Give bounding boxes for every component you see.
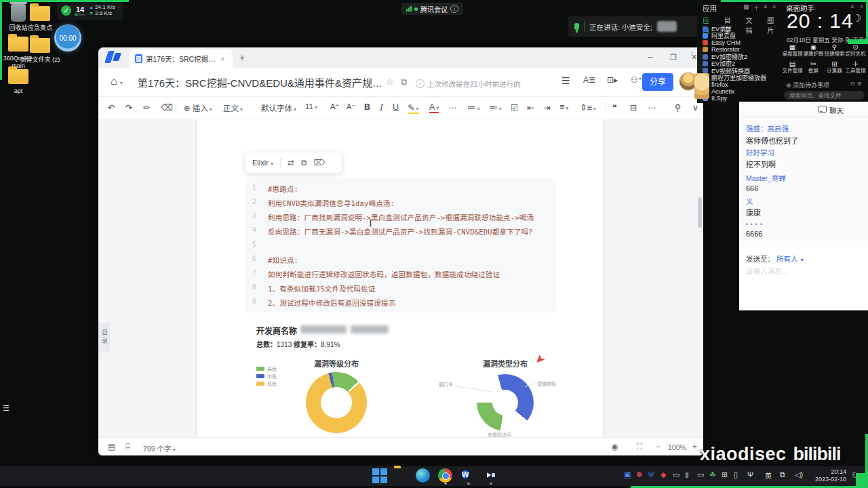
edge-icon[interactable] [415, 468, 431, 484]
font-size-dropdown[interactable]: 11▾ [305, 102, 317, 110]
italic-icon[interactable]: I [379, 102, 382, 113]
clear-format-icon[interactable]: ⌫ [161, 102, 173, 113]
shortcut-calculator[interactable]: ⊞计算器 [824, 60, 845, 77]
export-icon[interactable]: ⧉ [401, 77, 407, 87]
search-icon[interactable]: ⚲ [675, 102, 681, 113]
info-icon[interactable]: i [450, 5, 458, 13]
wrap-lines-icon[interactable]: ⇄ [288, 158, 294, 167]
tray-speaker-icon[interactable]: ◁) [795, 470, 803, 479]
checklist-icon[interactable]: ☑ [511, 102, 518, 113]
chat-username[interactable]: 强盛：高启强 [746, 123, 789, 134]
font-name-dropdown[interactable]: 默认字体▾ [261, 102, 296, 113]
tray-windows-icon[interactable]: ⊞ [722, 470, 728, 479]
folder-icon[interactable] [8, 69, 28, 84]
file-explorer-icon[interactable] [394, 468, 410, 484]
timer-widget[interactable]: 00:00 [54, 24, 81, 52]
app-item[interactable]: EV加密播放2 [697, 54, 780, 60]
quote-icon[interactable]: ❝ [612, 102, 617, 113]
font-color-icon[interactable]: A▾ [429, 102, 439, 113]
tray-app-icon[interactable]: ▮ [685, 470, 689, 479]
shortcut-file-manager[interactable]: ▤文件管理 [782, 60, 803, 77]
app-item[interactable]: 阿里云盘 [697, 33, 780, 39]
collaborator-icon[interactable]: ⚇⁺ [631, 75, 642, 85]
fullscreen-icon[interactable]: ⛶ [637, 442, 642, 451]
wps-logo[interactable] [106, 51, 123, 64]
highlight-color-icon[interactable]: ✎▾ [408, 102, 419, 114]
send-to-dropdown[interactable]: 所有人 ▼ [776, 255, 804, 263]
app-item[interactable]: firefox [697, 81, 780, 87]
meeting-status-pill[interactable]: 腾讯会议 i [401, 3, 463, 15]
indent-decrease-icon[interactable]: ⇤ [527, 102, 534, 113]
shortcut-tools[interactable]: ＋工具管理 [845, 60, 866, 77]
app-item[interactable]: Easy CHM [697, 40, 780, 46]
decrease-font-icon[interactable]: A⁻ [347, 102, 355, 111]
home-icon[interactable]: ⌂ ▾ [111, 75, 123, 87]
menu-icon[interactable]: ☰ [561, 75, 570, 86]
line-spacing-dropdown[interactable]: ⇕≡▾ [580, 102, 596, 113]
underline-icon[interactable]: U [393, 102, 399, 112]
tray-monitor-icon[interactable]: ▭ [697, 470, 704, 479]
maximize-button[interactable]: ❐ [670, 53, 677, 62]
new-tab-button[interactable]: + [239, 52, 245, 63]
shortcut-quick-search[interactable]: ⚲快捷搜索 [824, 43, 845, 60]
chrome-icon[interactable] [437, 468, 454, 484]
folder-icon[interactable] [30, 38, 50, 53]
tray-meeting-icon[interactable]: ▣ [624, 470, 631, 479]
play-mode-icon[interactable]: ◉ [611, 442, 618, 451]
present-icon[interactable]: ⊡▸ [607, 75, 618, 85]
copy-icon[interactable]: ⧉ [301, 158, 307, 167]
weather-icon[interactable]: ☽ [852, 12, 861, 24]
tray-shield-icon[interactable]: ⛨ [648, 470, 654, 479]
capture-resize-handle[interactable] [848, 39, 868, 44]
app-item[interactable]: EV录屏 [697, 26, 780, 32]
chat-username[interactable]: Master_寒蝉 [746, 173, 786, 183]
star-favorite-icon[interactable]: ☆ [386, 77, 394, 87]
recycle-bin-icon[interactable] [11, 4, 26, 22]
ime-indicator[interactable]: 英 [765, 470, 772, 481]
undo-icon[interactable]: ↶ [108, 102, 115, 113]
shortcut-eye-care[interactable]: ◉健康护眼 [803, 43, 824, 60]
chat-username[interactable]: 好好学习 [746, 147, 774, 157]
shortcut-shutdown-timer[interactable]: ⊙定时关机 [845, 43, 866, 60]
folder-icon[interactable] [8, 37, 28, 52]
indent-increase-icon[interactable]: ⇥ [543, 102, 550, 113]
outline-view-icon[interactable]: ⌸ [125, 442, 130, 451]
add-todo-button[interactable]: ⊕ 添加待办事项 [786, 81, 829, 89]
zoom-level[interactable]: 100% [668, 443, 686, 451]
tray-clock[interactable]: 20:142023-02-10 [811, 468, 846, 483]
wps-taskbar-icon[interactable]: W [460, 468, 477, 484]
more-format-icon[interactable]: ⋯ [448, 102, 457, 113]
chat-username[interactable]: ▪ ▪ ▪ ▪ [746, 221, 763, 227]
net-monitor-widget[interactable]: ✓ 14 ▲ 24.1 K/s ▼ 2.6 K/s [57, 0, 123, 20]
desktop-icon-label[interactable]: apt [0, 87, 39, 95]
menu-icon[interactable]: ≡ [764, 3, 767, 10]
zoom-out-button[interactable]: − [656, 442, 660, 451]
zoom-in-button[interactable]: + [692, 442, 697, 451]
toc-side-tab[interactable]: 目录 [98, 323, 110, 352]
share-button[interactable]: 分享 [642, 73, 673, 91]
styles-icon[interactable]: A≣ [583, 75, 595, 85]
document-tab[interactable]: 第176天：SRC挖掘-CNV... × [130, 49, 233, 68]
delete-icon[interactable]: ⌦ [314, 158, 326, 167]
left-edge-menu-icon[interactable]: ☰ [3, 404, 9, 413]
app-item[interactable]: ILSpy [697, 96, 780, 102]
tray-battery-icon[interactable]: ▯ [734, 470, 738, 479]
add-icon[interactable]: ＋ [753, 3, 760, 12]
redo-icon[interactable]: ↷ [125, 102, 132, 113]
chat-header[interactable]: 聊天 [739, 102, 868, 117]
app-item[interactable]: 鹏程万里加密播放器 [697, 75, 780, 81]
divider-icon[interactable]: ⊟ [630, 102, 637, 113]
tray-monitor-icon[interactable]: ▭ [673, 470, 679, 479]
background-close-icon[interactable]: ✕ [689, 49, 696, 58]
shortcut-desktop-organize[interactable]: ▦桌面整理 [782, 43, 803, 60]
increase-font-icon[interactable]: A⁺ [330, 102, 339, 111]
todo-layout-icons[interactable]: ⊡⊞ [850, 81, 863, 87]
start-button[interactable] [372, 468, 388, 484]
bullet-list-icon[interactable]: ≔▾ [467, 102, 480, 113]
tray-cast-icon[interactable]: ⧉ [780, 470, 785, 479]
more-tools-icon[interactable]: ⋯ [648, 102, 656, 113]
desktop-icon-label[interactable]: 新建文件夹 (2) [19, 56, 61, 64]
align-dropdown[interactable]: ≡▾ [559, 102, 568, 112]
tray-mic-icon[interactable]: Ψ [747, 470, 753, 479]
meeting-taskbar-icon[interactable] [483, 468, 499, 484]
